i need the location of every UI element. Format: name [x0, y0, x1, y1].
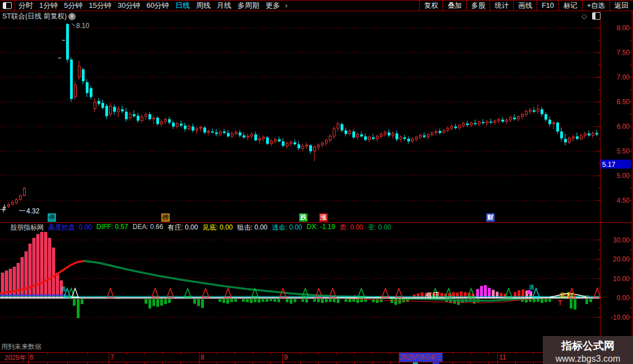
indicator-curves	[0, 261, 599, 303]
chart-badge-榜[interactable]: 榜	[161, 213, 170, 222]
svg-text:0.00: 0.00	[617, 294, 630, 302]
indicator-field-0: 高度控盘: 0.00	[48, 223, 92, 232]
indicator-field-3: 有庄: 0.00	[167, 223, 198, 232]
svg-text:5.17: 5.17	[602, 161, 616, 169]
svg-text:5.50: 5.50	[617, 147, 630, 155]
watermark-url: www.zbgs3.com	[543, 354, 633, 364]
trading-app-window: { "toolbar": { "left_items": [ {"label":…	[0, 0, 633, 364]
main-grid: 8.007.507.006.506.005.505.004.50	[0, 24, 632, 204]
toolbar-action-5[interactable]: F10	[537, 1, 558, 11]
toolbar-period-0[interactable]: 分时	[18, 1, 33, 11]
toolbar-period-3[interactable]: 15分钟	[89, 1, 111, 11]
svg-text:5.00: 5.00	[617, 172, 630, 180]
svg-text:逃: 逃	[60, 286, 66, 292]
timeline-month-8: 8	[201, 353, 204, 361]
indicator-field-4: 见底: 0.00	[202, 223, 232, 232]
chart-title: ST联合(日线 前复权)	[2, 12, 67, 21]
toolbar-action-6[interactable]: 标记	[558, 1, 582, 11]
more-arrow-icon[interactable]: ›	[285, 2, 287, 10]
indicator-fields: 高度控盘: 0.00DIFF: 0.57DEA: 0.66有庄: 0.00见底:…	[48, 223, 395, 232]
toolbar-action-4[interactable]: 画线	[513, 1, 537, 11]
toolbar-period-7[interactable]: 周线	[196, 1, 211, 11]
svg-text:有庄: 有庄	[425, 291, 439, 299]
svg-text:8.00: 8.00	[617, 24, 630, 32]
toolbar-period-5[interactable]: 60分钟	[146, 1, 169, 11]
timeline-month-11: 11	[499, 353, 506, 361]
svg-text:30.00: 30.00	[613, 236, 630, 244]
svg-text:逃: 逃	[529, 284, 534, 290]
toolbar-period-10[interactable]: 更多	[266, 1, 280, 11]
toolbar-period-9[interactable]: 多周期	[238, 1, 259, 11]
chart-badge-停[interactable]: 停	[48, 213, 56, 222]
window-layout-icon	[3, 2, 12, 9]
action-menu: 复权叠加多股统计画线F10标记+自选返回	[419, 1, 633, 11]
toolbar-period-4[interactable]: 30分钟	[118, 1, 140, 11]
toolbar-period-8[interactable]: 月线	[217, 1, 231, 11]
price-annotations: 8.104.32	[1, 22, 90, 215]
chart-canvas: 8.007.507.006.506.005.505.004.508.104.32…	[0, 0, 633, 364]
title-chevron-down-icon[interactable]: ∨	[68, 13, 76, 20]
toolbar-action-7[interactable]: +自选	[582, 1, 609, 11]
svg-text:7.00: 7.00	[617, 73, 630, 81]
toolbar-period-1[interactable]: 1分钟	[39, 1, 58, 11]
chart-badge-跌[interactable]: 跌	[299, 213, 308, 222]
svg-text:4.50: 4.50	[617, 197, 630, 204]
chart-badge-财[interactable]: 财	[486, 213, 495, 222]
svg-text:8.10: 8.10	[76, 22, 90, 30]
future-data-note: 用到未来数据	[1, 342, 41, 352]
indicator-source-label: 股朋指标网	[10, 223, 44, 232]
window-layout-button[interactable]	[0, 1, 15, 11]
selected-date-box: 2025/09/24/三	[399, 353, 443, 362]
price-marker: 5.17	[601, 160, 631, 169]
indicator-grid: 30.0020.0010.000.00-10.00	[0, 236, 632, 321]
svg-text:6.00: 6.00	[617, 123, 630, 130]
indicator-field-7: DX: -1.19	[307, 223, 336, 232]
toolbar-period-2[interactable]: 5分钟	[64, 1, 82, 11]
diamond-icon[interactable]: ◇	[581, 12, 587, 20]
watermark-box: 指标公式网 www.zbgs3.com	[543, 336, 633, 364]
indicator-field-5: 狙击: 0.00	[237, 223, 267, 232]
toolbar-action-8[interactable]: 返回	[609, 1, 633, 11]
timeline-month-7: 7	[110, 353, 114, 361]
toolbar-action-1[interactable]: 叠加	[443, 1, 466, 11]
candlestick-series	[3, 23, 598, 210]
frame-lines	[0, 11, 633, 362]
toolbar-action-0[interactable]: 复权	[419, 1, 443, 11]
indicator-field-1: DIFF: 0.57	[96, 223, 128, 232]
indicator-histogram	[1, 232, 592, 319]
watermark-title: 指标公式网	[543, 339, 633, 353]
svg-text:10.00: 10.00	[613, 275, 630, 283]
indicator-header: ∨ 股朋指标网 高度控盘: 0.00DIFF: 0.57DEA: 0.66有庄:…	[0, 223, 599, 232]
svg-text:-10.00: -10.00	[611, 314, 630, 321]
svg-text:套利: 套利	[560, 291, 573, 299]
timeline-year-label: 2025年	[4, 353, 26, 363]
indicator-field-2: DEA: 0.66	[133, 223, 164, 232]
toolbar-action-3[interactable]: 统计	[490, 1, 513, 11]
timeline-month-9: 9	[284, 353, 288, 361]
period-menu: 分时1分钟5分钟15分钟30分钟60分钟日线周线月线多周期更多	[18, 1, 286, 11]
svg-text:20.00: 20.00	[613, 255, 630, 263]
toolbar-period-6[interactable]: 日线	[175, 1, 190, 11]
indicator-field-6: 逃命: 0.00	[272, 223, 302, 232]
timeline-month-6: 6	[30, 353, 34, 361]
indicator-field-9: 变: 0.00	[367, 223, 391, 232]
indicator-field-8: 质: 0.00	[339, 223, 363, 232]
svg-text:4.32: 4.32	[26, 207, 40, 215]
svg-text:7.50: 7.50	[617, 49, 630, 57]
toolbar-action-2[interactable]: 多股	[466, 1, 490, 11]
chart-badge-涨[interactable]: 涨	[319, 213, 328, 222]
svg-text:6.50: 6.50	[617, 98, 630, 106]
top-toolbar: 分时1分钟5分钟15分钟30分钟60分钟日线周线月线多周期更多 › 复权叠加多股…	[0, 0, 633, 11]
panel-split-icon[interactable]	[592, 12, 601, 20]
